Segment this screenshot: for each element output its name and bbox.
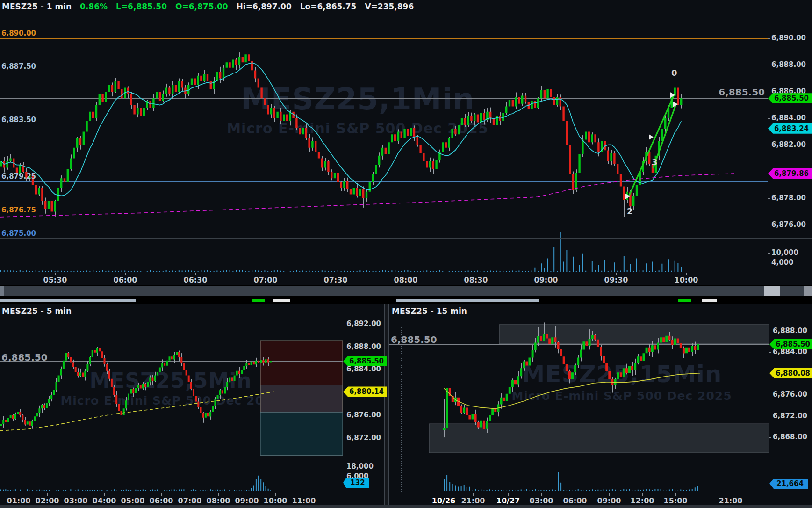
bottom-charts-scroll-strip (0, 298, 812, 303)
swing-marker-icon (649, 134, 654, 140)
time-axis-label: 09:30 (604, 276, 628, 284)
time-axis-label: 05:30 (43, 276, 67, 284)
volume-bars (444, 472, 698, 491)
moving-average-yellow (0, 392, 274, 430)
volume-axis-label: 4,000 (771, 258, 793, 267)
time-axis-label: 21:00 (719, 496, 743, 505)
scrollbar-left-notch[interactable] (0, 286, 4, 296)
bottom-left-scroll-thumb[interactable] (0, 299, 136, 302)
axis-tick-mark (768, 263, 770, 263)
level-price-label: 6,883.50 (1, 116, 36, 124)
zigzag-label: 3 (652, 157, 658, 167)
price-badge: 6,883.24 (768, 123, 812, 134)
axis-tick-mark (343, 370, 345, 370)
bottom-right-scroll-green[interactable] (678, 299, 691, 302)
axis-tick-mark (768, 65, 770, 65)
time-axis-label: 08:30 (464, 276, 488, 284)
axis-tick-mark (768, 38, 770, 39)
time-axis-label: 12:00 (631, 496, 654, 505)
axis-tick-mark (343, 415, 345, 415)
open-price-label: O=6,875.00 (175, 2, 228, 11)
time-axis-label: 03:00 (64, 496, 88, 505)
volume-label: V=235,896 (365, 2, 414, 11)
price-badge: 6,880.08 (769, 368, 812, 378)
price-axis-label: 6,884.00 (771, 114, 806, 122)
level-price-label: 6,876.75 (1, 206, 36, 214)
high-price-label: Hi=6,897.00 (237, 2, 292, 11)
time-axis-label: 07:00 (254, 276, 278, 284)
level-price-label: 6,887.50 (1, 62, 36, 71)
time-axis-label: 09:00 (597, 496, 621, 505)
top-chart-scrollbar[interactable] (0, 286, 812, 296)
axis-tick-mark (343, 347, 345, 347)
moving-average-cyan (1, 63, 681, 196)
bottom-right-scroll-white[interactable] (702, 299, 717, 302)
bottom-left-scroll-green[interactable] (252, 299, 265, 302)
axis-tick-mark (343, 477, 345, 477)
price-axis-label: 6,876.00 (773, 390, 807, 399)
axis-tick-mark (769, 352, 771, 353)
axis-tick-mark (768, 253, 770, 254)
price-badge: 21,664 (769, 479, 808, 489)
volume-axis-label: 18,000 (346, 462, 374, 471)
study-box (260, 385, 343, 412)
time-axis-label: 21:00 (461, 496, 485, 505)
bottom-right-scroll-thumb[interactable] (396, 299, 539, 302)
chart-canvas[interactable]: 230 (0, 0, 812, 508)
price-axis-label: 6,876.00 (771, 220, 806, 229)
bottom-left-scroll-white[interactable] (273, 299, 290, 302)
level-price-label: 6,875.00 (1, 229, 36, 238)
price-axis-label: 6,876.00 (346, 411, 381, 419)
time-axis-label: 09:00 (235, 496, 259, 505)
status-strip (0, 505, 812, 508)
panel-divider[interactable] (384, 304, 389, 505)
low-price-label: Lo=6,865.75 (300, 2, 357, 11)
time-axis-label: 09:00 (534, 276, 558, 284)
time-axis-label: 11:00 (292, 496, 316, 505)
price-badge: 6,879.86 (768, 168, 812, 179)
zigzag-line (629, 95, 674, 196)
price-badge: 6,885.50 (769, 339, 812, 349)
price-badge: 6,885.50 (343, 356, 387, 366)
level-price-label-15min: 6,885.50 (391, 334, 437, 345)
study-box (260, 412, 343, 455)
time-axis-label: 06:00 (563, 496, 587, 505)
time-axis-label: 08:00 (394, 276, 418, 284)
level-price-label-5min: 6,885.50 (1, 352, 48, 363)
panel-title-5min: MESZ25 - 5 min (2, 306, 72, 316)
time-axis-label: 04:00 (93, 496, 116, 505)
axis-tick-mark (769, 331, 771, 331)
scrollbar-thumb[interactable] (764, 286, 780, 296)
axis-tick-mark (768, 145, 770, 145)
time-axis-label: 07:30 (324, 276, 348, 284)
time-axis-label: 06:30 (184, 276, 208, 284)
axis-tick-mark (768, 198, 770, 199)
last-price-label: L=6,885.50 (116, 2, 167, 11)
time-axis-label: 08:00 (207, 496, 230, 505)
time-axis-label: 03:00 (530, 496, 553, 505)
bullish-candles (443, 334, 699, 430)
time-axis-label: 07:00 (178, 496, 202, 505)
time-axis-label: 06:00 (114, 276, 137, 284)
price-axis-label: 6,878.00 (771, 194, 806, 202)
axis-tick-mark (768, 118, 770, 119)
study-box (260, 341, 343, 385)
time-axis-label: 02:00 (36, 496, 59, 505)
price-axis-label: 6,888.00 (346, 342, 381, 351)
zigzag-label: 2 (627, 206, 633, 216)
change-pct-label: 0.86% (80, 2, 108, 11)
time-axis-label: 10:00 (264, 496, 287, 505)
time-axis-label: 10:00 (675, 276, 698, 284)
axis-tick-mark (768, 225, 770, 225)
time-axis-label: 15:00 (664, 496, 688, 505)
price-axis-label: 6,872.00 (773, 412, 807, 420)
price-axis-label: 6,888.00 (773, 327, 807, 335)
price-axis-label: 6,892.00 (346, 319, 381, 328)
trading-workspace: MESZ25 - 1 min0.86%L=6,885.50O=6,875.00H… (0, 0, 812, 508)
time-axis-label: 05:00 (121, 496, 145, 505)
price-badge: 6,880.14 (343, 386, 387, 397)
study-box (499, 325, 769, 344)
zigzag-label: 0 (671, 68, 677, 78)
scrollbar-right-button[interactable] (804, 286, 812, 296)
study-box (429, 424, 769, 453)
